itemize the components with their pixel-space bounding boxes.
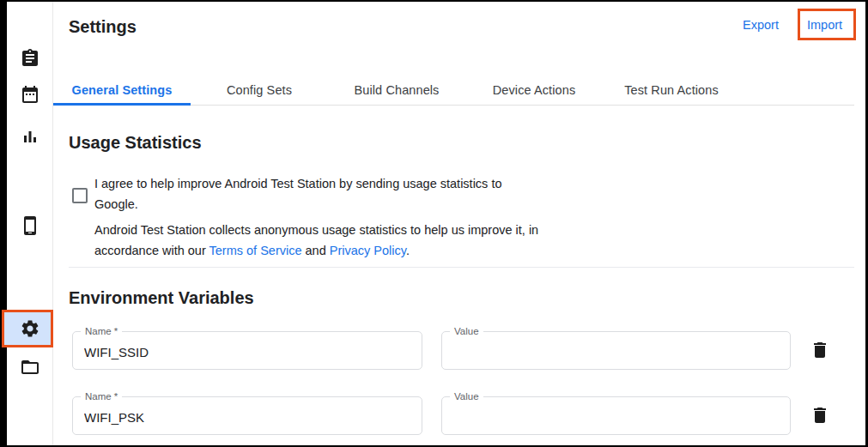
export-button[interactable]: Export: [743, 18, 779, 32]
env-var-value-input[interactable]: [442, 397, 790, 434]
delete-env-var-button[interactable]: [809, 405, 831, 427]
env-var-name-field: Name *: [72, 331, 422, 370]
sidebar-item-tests[interactable]: [9, 45, 51, 72]
env-var-name-field: Name *: [72, 396, 422, 435]
usage-info-line2-prefix: accordance with our: [94, 244, 209, 257]
usage-agree-line2: Google.: [94, 197, 138, 211]
tab-test-run-actions[interactable]: Test Run Actions: [603, 75, 740, 105]
tab-label: Config Sets: [227, 83, 292, 97]
app-window: Settings Export Import General Settings …: [0, 0, 868, 447]
usage-agree-label: I agree to help improve Android Test Sta…: [94, 174, 502, 214]
privacy-policy-link[interactable]: Privacy Policy: [330, 244, 406, 257]
usage-agree-line1: I agree to help improve Android Test Sta…: [94, 177, 502, 190]
bar-chart-icon: [20, 127, 40, 148]
sidebar-item-settings[interactable]: [9, 315, 51, 342]
env-var-name-input[interactable]: [73, 332, 422, 369]
usage-info-line1: Android Test Station collects anonymous …: [94, 223, 538, 237]
sidebar-item-test-plans[interactable]: [9, 81, 51, 108]
trash-icon: [810, 340, 830, 360]
delete-env-var-button[interactable]: [809, 340, 831, 362]
env-var-name-input[interactable]: [73, 397, 422, 434]
import-annotation-box: [798, 9, 856, 40]
env-var-value-field: Value: [441, 331, 791, 370]
page-title: Settings: [69, 15, 137, 38]
folder-icon: [20, 357, 40, 378]
env-var-value-field: Value: [441, 396, 791, 435]
calendar-icon: [20, 84, 40, 105]
sidebar-item-test-results[interactable]: [9, 124, 51, 151]
smartphone-icon: [20, 215, 40, 236]
usage-statistics-checkbox[interactable]: [72, 188, 88, 203]
terms-of-service-link[interactable]: Terms of Service: [209, 244, 302, 257]
tab-build-channels[interactable]: Build Channels: [328, 75, 465, 105]
trash-icon: [810, 405, 830, 426]
tab-device-actions[interactable]: Device Actions: [465, 75, 603, 105]
section-divider: [69, 267, 854, 268]
sidebar-item-devices[interactable]: [9, 212, 51, 239]
tab-bar: General Settings Config Sets Build Chann…: [53, 75, 854, 106]
usage-info-line2-end: .: [406, 244, 410, 257]
tab-config-sets[interactable]: Config Sets: [191, 75, 328, 105]
tab-general-settings[interactable]: General Settings: [53, 75, 191, 105]
usage-statistics-heading: Usage Statistics: [69, 133, 202, 153]
tab-label: Device Actions: [493, 83, 576, 97]
usage-info-text: Android Test Station collects anonymous …: [94, 220, 538, 261]
env-var-value-input[interactable]: [442, 332, 790, 369]
active-tab-indicator: [53, 103, 191, 106]
tab-label: Build Channels: [355, 83, 440, 97]
tab-label: General Settings: [72, 83, 173, 97]
clipboard-icon: [20, 48, 40, 69]
gear-icon: [20, 318, 40, 339]
tab-label: Test Run Actions: [624, 83, 719, 97]
sidebar-item-file-browser[interactable]: [9, 353, 51, 381]
usage-info-line2-and: and: [302, 244, 330, 257]
environment-variables-heading: Environment Variables: [69, 288, 254, 308]
